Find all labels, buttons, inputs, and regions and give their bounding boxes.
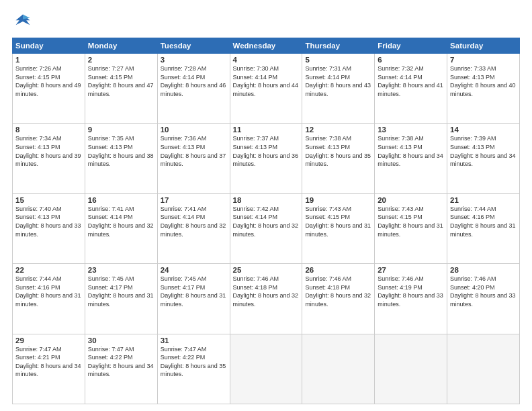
day-number: 19: [305, 196, 371, 204]
logo: [12, 12, 36, 31]
calendar-day-cell: 12Sunrise: 7:38 AMSunset: 4:13 PMDayligh…: [302, 124, 375, 193]
day-number: 30: [88, 336, 154, 345]
day-number: 10: [161, 126, 227, 134]
day-info: Sunrise: 7:32 AMSunset: 4:14 PMDaylight:…: [378, 64, 444, 98]
calendar-day-cell: [230, 334, 302, 404]
day-number: 14: [450, 126, 517, 134]
weekday-header-tuesday: Tuesday: [157, 38, 230, 54]
logo-icon: [12, 12, 34, 31]
day-info: Sunrise: 7:35 AMSunset: 4:13 PMDaylight:…: [88, 134, 154, 168]
day-number: 11: [233, 126, 300, 134]
calendar-day-cell: 31Sunrise: 7:47 AMSunset: 4:22 PMDayligh…: [157, 334, 230, 404]
day-number: 7: [450, 56, 517, 64]
day-number: 23: [88, 266, 154, 274]
day-number: 9: [88, 126, 154, 134]
calendar-day-cell: 25Sunrise: 7:46 AMSunset: 4:18 PMDayligh…: [230, 264, 302, 334]
calendar-day-cell: 11Sunrise: 7:37 AMSunset: 4:13 PMDayligh…: [230, 124, 302, 193]
calendar-day-cell: 17Sunrise: 7:41 AMSunset: 4:14 PMDayligh…: [157, 193, 230, 263]
calendar-day-cell: 22Sunrise: 7:44 AMSunset: 4:16 PMDayligh…: [13, 264, 85, 334]
day-info: Sunrise: 7:38 AMSunset: 4:13 PMDaylight:…: [378, 134, 444, 168]
calendar-day-cell: 9Sunrise: 7:35 AMSunset: 4:13 PMDaylight…: [85, 124, 157, 193]
calendar-day-cell: 16Sunrise: 7:41 AMSunset: 4:14 PMDayligh…: [85, 193, 157, 263]
weekday-header-row: SundayMondayTuesdayWednesdayThursdayFrid…: [13, 38, 520, 54]
calendar-day-cell: 27Sunrise: 7:46 AMSunset: 4:19 PMDayligh…: [375, 264, 447, 334]
weekday-header-friday: Friday: [375, 38, 447, 54]
day-info: Sunrise: 7:44 AMSunset: 4:16 PMDaylight:…: [450, 205, 517, 238]
calendar-day-cell: 14Sunrise: 7:39 AMSunset: 4:13 PMDayligh…: [447, 124, 520, 193]
calendar-day-cell: 24Sunrise: 7:45 AMSunset: 4:17 PMDayligh…: [157, 264, 230, 334]
calendar-table: SundayMondayTuesdayWednesdayThursdayFrid…: [12, 38, 520, 404]
day-info: Sunrise: 7:47 AMSunset: 4:22 PMDaylight:…: [88, 345, 154, 379]
day-number: 28: [450, 266, 517, 274]
day-number: 3: [161, 56, 227, 64]
calendar-day-cell: 20Sunrise: 7:43 AMSunset: 4:15 PMDayligh…: [375, 193, 447, 263]
header: [12, 12, 520, 31]
weekday-header-saturday: Saturday: [447, 38, 520, 54]
day-number: 13: [378, 126, 444, 134]
calendar-day-cell: [447, 334, 520, 404]
day-number: 12: [305, 126, 371, 134]
weekday-header-thursday: Thursday: [302, 38, 375, 54]
day-info: Sunrise: 7:31 AMSunset: 4:14 PMDaylight:…: [305, 64, 371, 98]
day-info: Sunrise: 7:44 AMSunset: 4:16 PMDaylight:…: [15, 275, 82, 308]
day-info: Sunrise: 7:43 AMSunset: 4:15 PMDaylight:…: [378, 205, 444, 238]
calendar-day-cell: 18Sunrise: 7:42 AMSunset: 4:14 PMDayligh…: [230, 193, 302, 263]
weekday-header-monday: Monday: [85, 38, 157, 54]
calendar-day-cell: 13Sunrise: 7:38 AMSunset: 4:13 PMDayligh…: [375, 124, 447, 193]
calendar-week-row: 29Sunrise: 7:47 AMSunset: 4:21 PMDayligh…: [13, 334, 520, 404]
day-info: Sunrise: 7:27 AMSunset: 4:15 PMDaylight:…: [88, 64, 154, 98]
day-number: 29: [15, 336, 82, 345]
day-info: Sunrise: 7:39 AMSunset: 4:13 PMDaylight:…: [450, 134, 517, 168]
weekday-header-sunday: Sunday: [13, 38, 85, 54]
day-number: 4: [233, 56, 300, 64]
calendar-day-cell: 5Sunrise: 7:31 AMSunset: 4:14 PMDaylight…: [302, 54, 375, 124]
day-info: Sunrise: 7:45 AMSunset: 4:17 PMDaylight:…: [161, 275, 227, 308]
calendar-day-cell: 23Sunrise: 7:45 AMSunset: 4:17 PMDayligh…: [85, 264, 157, 334]
day-info: Sunrise: 7:41 AMSunset: 4:14 PMDaylight:…: [88, 205, 154, 238]
day-info: Sunrise: 7:43 AMSunset: 4:15 PMDaylight:…: [305, 205, 371, 238]
day-number: 22: [15, 266, 82, 274]
day-info: Sunrise: 7:38 AMSunset: 4:13 PMDaylight:…: [305, 134, 371, 168]
day-info: Sunrise: 7:28 AMSunset: 4:14 PMDaylight:…: [161, 64, 227, 98]
calendar-day-cell: 30Sunrise: 7:47 AMSunset: 4:22 PMDayligh…: [85, 334, 157, 404]
weekday-header-wednesday: Wednesday: [230, 38, 302, 54]
day-info: Sunrise: 7:47 AMSunset: 4:22 PMDaylight:…: [161, 345, 227, 379]
day-number: 21: [450, 196, 517, 204]
day-info: Sunrise: 7:26 AMSunset: 4:15 PMDaylight:…: [15, 64, 82, 98]
day-number: 15: [15, 196, 82, 204]
day-info: Sunrise: 7:37 AMSunset: 4:13 PMDaylight:…: [233, 134, 300, 168]
calendar-day-cell: [302, 334, 375, 404]
calendar-day-cell: 2Sunrise: 7:27 AMSunset: 4:15 PMDaylight…: [85, 54, 157, 124]
day-number: 8: [15, 126, 82, 134]
calendar-day-cell: [375, 334, 447, 404]
svg-marker-1: [23, 15, 30, 19]
calendar-week-row: 15Sunrise: 7:40 AMSunset: 4:13 PMDayligh…: [13, 193, 520, 263]
calendar-week-row: 8Sunrise: 7:34 AMSunset: 4:13 PMDaylight…: [13, 124, 520, 193]
day-number: 2: [88, 56, 154, 64]
calendar-day-cell: 15Sunrise: 7:40 AMSunset: 4:13 PMDayligh…: [13, 193, 85, 263]
day-info: Sunrise: 7:47 AMSunset: 4:21 PMDaylight:…: [15, 345, 82, 379]
calendar-day-cell: 26Sunrise: 7:46 AMSunset: 4:18 PMDayligh…: [302, 264, 375, 334]
day-info: Sunrise: 7:42 AMSunset: 4:14 PMDaylight:…: [233, 205, 300, 238]
day-info: Sunrise: 7:45 AMSunset: 4:17 PMDaylight:…: [88, 275, 154, 308]
day-info: Sunrise: 7:46 AMSunset: 4:19 PMDaylight:…: [378, 275, 444, 308]
calendar-week-row: 1Sunrise: 7:26 AMSunset: 4:15 PMDaylight…: [13, 54, 520, 124]
day-number: 18: [233, 196, 300, 204]
day-number: 26: [305, 266, 371, 274]
day-number: 6: [378, 56, 444, 64]
day-info: Sunrise: 7:36 AMSunset: 4:13 PMDaylight:…: [161, 134, 227, 168]
day-info: Sunrise: 7:40 AMSunset: 4:13 PMDaylight:…: [15, 205, 82, 238]
day-info: Sunrise: 7:41 AMSunset: 4:14 PMDaylight:…: [161, 205, 227, 238]
day-number: 24: [161, 266, 227, 274]
calendar-day-cell: 3Sunrise: 7:28 AMSunset: 4:14 PMDaylight…: [157, 54, 230, 124]
day-number: 20: [378, 196, 444, 204]
day-number: 17: [161, 196, 227, 204]
calendar-day-cell: 10Sunrise: 7:36 AMSunset: 4:13 PMDayligh…: [157, 124, 230, 193]
calendar-day-cell: 8Sunrise: 7:34 AMSunset: 4:13 PMDaylight…: [13, 124, 85, 193]
day-info: Sunrise: 7:46 AMSunset: 4:18 PMDaylight:…: [305, 275, 371, 308]
day-info: Sunrise: 7:34 AMSunset: 4:13 PMDaylight:…: [15, 134, 82, 168]
calendar-day-cell: 28Sunrise: 7:46 AMSunset: 4:20 PMDayligh…: [447, 264, 520, 334]
calendar-day-cell: 19Sunrise: 7:43 AMSunset: 4:15 PMDayligh…: [302, 193, 375, 263]
day-info: Sunrise: 7:33 AMSunset: 4:13 PMDaylight:…: [450, 64, 517, 98]
page: SundayMondayTuesdayWednesdayThursdayFrid…: [0, 0, 532, 411]
